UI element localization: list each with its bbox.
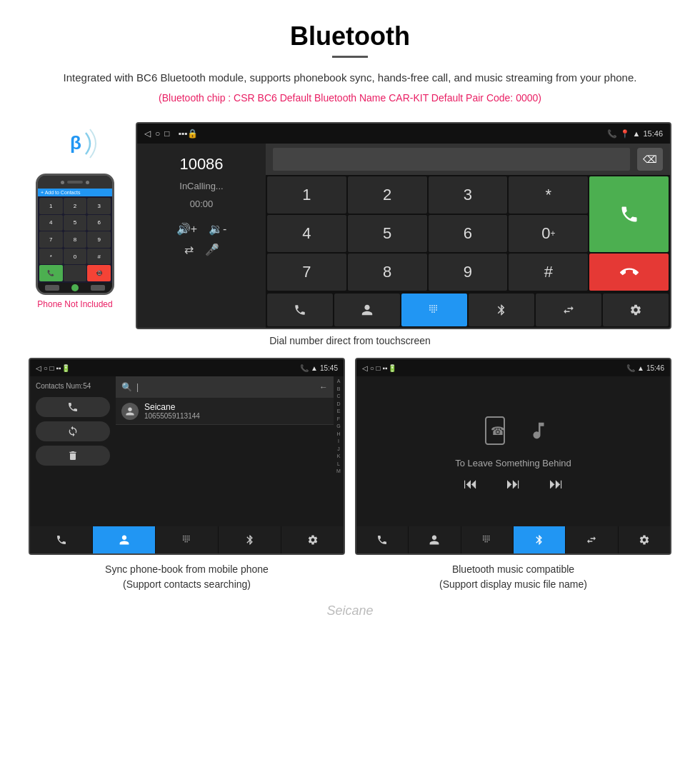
mbb-settings[interactable]: [619, 526, 670, 553]
bt-info-text: (Bluetooth chip : CSR BC6 Default Blueto…: [29, 92, 671, 104]
phone-dialpad: 1 2 3 4 5 6 7 8 9 * 0 # 📞 📵: [38, 196, 112, 283]
pb-left-panel: Contacts Num:54: [30, 376, 116, 526]
time-display: 15:46: [643, 129, 663, 138]
alpha-b[interactable]: B: [337, 386, 341, 393]
search-back-icon[interactable]: ←: [319, 382, 328, 392]
bottom-call-icon[interactable]: [267, 294, 333, 326]
recent-icon[interactable]: □: [164, 129, 169, 139]
mbb-bt[interactable]: [514, 526, 565, 553]
vol-up-icon[interactable]: 🔊+: [176, 222, 197, 236]
key-9[interactable]: 9: [429, 254, 508, 291]
key-2[interactable]: 2: [348, 176, 427, 214]
phone-end-button[interactable]: 📵: [87, 265, 111, 281]
pbb-call[interactable]: [30, 526, 92, 553]
alpha-g[interactable]: G: [336, 423, 340, 431]
phone-call-button[interactable]: 📞: [39, 265, 63, 281]
bottom-transfer-icon[interactable]: [536, 294, 601, 326]
home-icon[interactable]: ○: [155, 129, 160, 139]
phone-key[interactable]: 9: [87, 231, 111, 248]
music-caption-line1: Bluetooth music compatible: [355, 562, 671, 577]
alpha-c[interactable]: C: [336, 393, 340, 401]
key-8[interactable]: 8: [348, 254, 427, 291]
phone-key[interactable]: #: [87, 249, 111, 265]
music-phone-icon: ☎: [478, 411, 518, 451]
contact-item[interactable]: Seicane 10655059113144: [116, 398, 334, 425]
key-star[interactable]: *: [509, 176, 588, 214]
pb-delete-button[interactable]: [36, 446, 110, 466]
key-7[interactable]: 7: [267, 254, 346, 291]
phonebook-screen: ◁ ○ □ ▪▪🔋 📞 ▲ 15:45 Contacts Num:54: [29, 358, 345, 555]
dialpad-display-row: ⌫: [266, 144, 670, 175]
alpha-k[interactable]: K: [337, 453, 341, 461]
mic-icon[interactable]: 🎤: [205, 243, 219, 256]
call-timer: 00:00: [190, 199, 214, 209]
end-call-button[interactable]: [589, 254, 669, 291]
vol-down-icon[interactable]: 🔉-: [209, 222, 226, 236]
alpha-m[interactable]: M: [336, 468, 341, 476]
phone-top-bar: [38, 176, 112, 189]
play-pause-button[interactable]: ⏭: [506, 476, 521, 492]
bottom-bt-icon[interactable]: [469, 294, 534, 326]
notification-icons: ▪▪▪🔒: [179, 129, 199, 139]
back-icon[interactable]: ◁: [144, 129, 151, 139]
key-1[interactable]: 1: [267, 176, 346, 214]
pb-call-button[interactable]: [36, 397, 110, 417]
phone-key[interactable]: 5: [64, 215, 87, 231]
svg-text:☎: ☎: [491, 425, 505, 437]
pb-phone-icon: 📞: [300, 364, 309, 372]
pbb-settings[interactable]: [281, 526, 344, 553]
phone-key[interactable]: 7: [39, 231, 63, 248]
phone-key[interactable]: 6: [87, 215, 111, 231]
phone-mockup: β + Add to Contacts 1 2: [29, 122, 121, 309]
alpha-l[interactable]: L: [337, 461, 340, 468]
next-track-button[interactable]: ⏭: [549, 476, 564, 492]
phonebook-caption-line2: (Support contacts searching): [29, 577, 345, 592]
alpha-f[interactable]: F: [337, 416, 340, 423]
alpha-i[interactable]: I: [338, 438, 339, 446]
alpha-e[interactable]: E: [337, 408, 341, 416]
transfer-icon[interactable]: ⇄: [184, 243, 194, 256]
bottom-dialpad-icon[interactable]: [401, 294, 467, 326]
pb-sync-button[interactable]: [36, 421, 110, 441]
pb-search-bar[interactable]: 🔍 | ←: [116, 376, 334, 398]
contacts-count: Contacts Num:54: [36, 382, 110, 390]
svg-text:β: β: [70, 132, 81, 154]
phone-not-included-label: Phone Not Included: [37, 299, 112, 309]
pb-time: 15:45: [320, 364, 338, 372]
alpha-j[interactable]: J: [337, 446, 340, 453]
key-6[interactable]: 6: [429, 215, 508, 252]
phone-key[interactable]: 8: [64, 231, 87, 248]
pb-statusbar-right: 📞 ▲ 15:45: [300, 364, 338, 372]
bottom-settings-icon[interactable]: [603, 294, 669, 326]
phone-key[interactable]: 3: [87, 198, 111, 214]
phone-key[interactable]: 4: [39, 215, 63, 231]
statusbar: ◁ ○ □ ▪▪▪🔒 📞 📍 ▲ 15:46: [137, 124, 670, 144]
key-3[interactable]: 3: [429, 176, 508, 214]
phone-key[interactable]: 1: [39, 198, 63, 214]
mbb-transfer[interactable]: [566, 526, 617, 553]
alpha-a[interactable]: A: [337, 378, 341, 386]
key-5[interactable]: 5: [348, 215, 427, 252]
search-cursor: |: [136, 382, 139, 392]
key-4[interactable]: 4: [267, 215, 346, 252]
alpha-d[interactable]: D: [336, 401, 340, 408]
statusbar-left: ◁ ○ □ ▪▪▪🔒: [144, 129, 198, 139]
page-header: Bluetooth Integrated with BC6 Bluetooth …: [0, 0, 700, 122]
phone-key[interactable]: *: [39, 249, 63, 265]
phone-key[interactable]: 0: [64, 249, 87, 265]
prev-track-button[interactable]: ⏮: [464, 476, 478, 492]
alpha-h[interactable]: H: [336, 431, 340, 438]
pbb-dialpad[interactable]: [156, 526, 218, 553]
backspace-button[interactable]: ⌫: [637, 148, 663, 171]
call-button[interactable]: [589, 176, 669, 252]
key-hash[interactable]: #: [509, 254, 588, 291]
phone-key[interactable]: 2: [64, 198, 87, 214]
key-0plus[interactable]: 0+: [509, 215, 588, 252]
mbb-call[interactable]: [356, 526, 408, 553]
pbb-contacts[interactable]: [93, 526, 155, 553]
pbb-bt[interactable]: [219, 526, 281, 553]
mbb-dialpad[interactable]: [461, 526, 513, 553]
bottom-contacts-icon[interactable]: [334, 294, 400, 326]
music-note-icon: [528, 420, 549, 441]
mbb-contacts[interactable]: [409, 526, 460, 553]
